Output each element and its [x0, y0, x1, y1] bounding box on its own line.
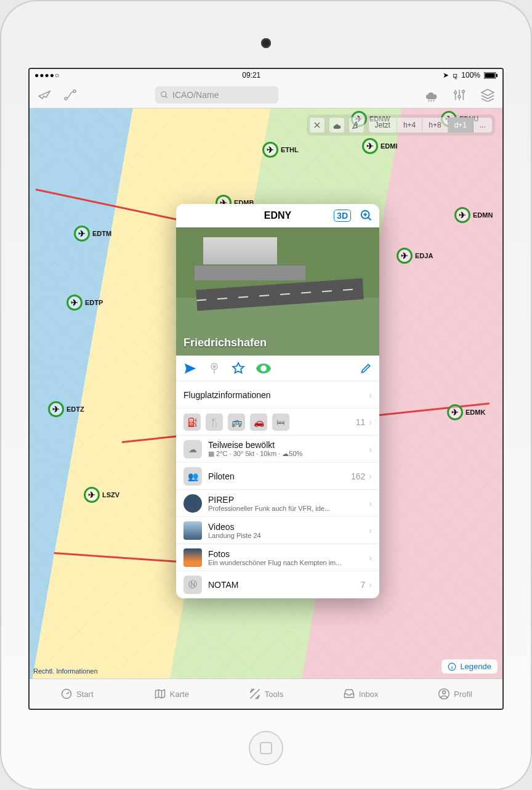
pilots-people-icon: 👥	[183, 467, 202, 486]
airport-action-row	[176, 356, 379, 381]
airport-icao: EDNY	[264, 210, 291, 221]
tab-inbox[interactable]: Inbox	[313, 679, 408, 709]
row-label: Piloten	[208, 471, 345, 481]
time-seg-now[interactable]: Jetzt	[369, 118, 397, 132]
pilots-count: 162	[351, 471, 365, 481]
tab-label: Inbox	[359, 690, 379, 699]
map-marker-airport[interactable]: ✈LSZV	[84, 487, 119, 503]
favorite-star-icon[interactable]	[232, 362, 245, 375]
map-marker-airport[interactable]: ✈EDMN	[454, 207, 493, 223]
time-seg-more[interactable]: ...	[474, 118, 492, 132]
row-sublabel: ▦ 2°C · 30° 5kt · 10km · ☁50%	[208, 450, 363, 458]
airport-code-label: EDMI	[381, 142, 398, 150]
signal-dots: ●●●●○	[34, 71, 60, 79]
tab-karte[interactable]: Karte	[124, 679, 219, 709]
chevron-right-icon: ›	[369, 553, 372, 563]
search-input[interactable]: ICAO/Name	[155, 86, 278, 104]
airport-code-label: EDMK	[465, 409, 485, 416]
chevron-right-icon: ›	[369, 580, 372, 590]
row-label: Teilweise bewölkt	[208, 440, 363, 450]
pirep-avatar	[183, 494, 202, 513]
time-seg-h4[interactable]: h+4	[397, 118, 422, 132]
row-airport-info[interactable]: Flugplatzinformationen ›	[176, 381, 379, 409]
row-pirep[interactable]: PIREP Professioneller Funk auch für VFR,…	[176, 490, 379, 517]
direct-to-icon[interactable]	[183, 362, 197, 375]
svg-point-11	[213, 365, 215, 367]
aircraft-icon[interactable]	[36, 86, 53, 104]
tab-tools[interactable]: Tools	[219, 679, 313, 709]
waypoint-icon[interactable]	[208, 362, 220, 375]
row-sublabel: Ein wunderschöner Flug nach Kempten im..…	[208, 559, 363, 566]
time-overlay-control: Jetzt h+4 h+8 d+1 ...	[307, 115, 495, 136]
row-videos[interactable]: Videos Landung Piste 24 ›	[176, 517, 379, 544]
row-weather[interactable]: ☁ Teilweise bewölkt ▦ 2°C · 30° 5kt · 10…	[176, 436, 379, 463]
map-marker-airport[interactable]: ✈EDMI	[362, 138, 398, 154]
view-3d-button[interactable]: 3D	[334, 210, 351, 222]
location-icon: ➤	[443, 71, 449, 79]
svg-point-5	[161, 91, 166, 96]
route-icon[interactable]	[62, 86, 79, 104]
bluetooth-icon: ⚼	[453, 71, 457, 79]
row-photos[interactable]: Fotos Ein wunderschöner Flug nach Kempte…	[176, 544, 379, 571]
map-marker-airport[interactable]: ✈EDTM	[74, 226, 111, 242]
clouds-toggle[interactable]	[329, 117, 345, 133]
top-toolbar: ICAO/Name	[30, 81, 502, 108]
svg-rect-2	[496, 74, 498, 77]
video-thumb	[183, 521, 202, 540]
row-pilots[interactable]: 👥 Piloten 162›	[176, 463, 379, 490]
bottom-tab-bar: Start Karte Tools Inbox Profil	[30, 678, 502, 709]
screen: ●●●●○ 09:21 ➤ ⚼ 100%	[28, 68, 504, 710]
device-home-button[interactable]	[249, 731, 283, 765]
map-marker-airport[interactable]: ✈EDJA	[397, 248, 433, 264]
visibility-eye-icon[interactable]	[256, 364, 271, 373]
time-segment-group: Jetzt h+4 h+8 d+1 ...	[368, 117, 493, 133]
tab-start[interactable]: Start	[30, 679, 124, 709]
time-seg-h8[interactable]: h+8	[422, 118, 448, 132]
weather-sun-cloud-icon: ☁	[183, 440, 202, 458]
edit-pencil-icon[interactable]	[360, 362, 372, 375]
chevron-right-icon: ›	[369, 471, 372, 481]
layers-icon[interactable]	[479, 86, 496, 104]
tab-label: Start	[76, 690, 93, 699]
chevron-right-icon: ›	[369, 390, 372, 400]
svg-point-6	[454, 91, 457, 94]
row-label: Flugplatzinformationen	[183, 390, 363, 400]
row-amenities[interactable]: ⛽ 🍴 🚌 🚗 🛏 11 ›	[176, 409, 379, 436]
weather-icon[interactable]	[422, 86, 440, 104]
ios-status-bar: ●●●●○ 09:21 ➤ ⚼ 100%	[30, 69, 502, 81]
status-time: 09:21	[242, 71, 260, 79]
row-label: Videos	[208, 522, 363, 532]
row-label: PIREP	[208, 495, 363, 505]
airport-code-label: EDTP	[85, 299, 103, 306]
svg-point-4	[73, 90, 76, 92]
airport-code-label: EDJA	[415, 252, 433, 259]
amenities-count: 11	[356, 417, 366, 427]
bus-icon: 🚌	[228, 413, 245, 431]
tab-label: Karte	[170, 690, 189, 699]
legal-info-link[interactable]: Rechtl. Informationen	[33, 667, 98, 675]
row-notam[interactable]: Ⓝ NOTAM 7›	[176, 571, 379, 598]
chevron-right-icon: ›	[369, 499, 372, 508]
svg-rect-1	[485, 73, 494, 78]
wind-toggle[interactable]	[349, 117, 365, 133]
legend-button[interactable]: Legende	[441, 659, 498, 674]
hotel-icon: 🛏	[272, 413, 289, 431]
close-overlay-button[interactable]	[309, 117, 325, 133]
time-seg-d1[interactable]: d+1	[448, 118, 474, 132]
photo-thumb	[183, 548, 202, 567]
airport-code-label: EDTM	[92, 230, 111, 237]
tab-profil[interactable]: Profil	[408, 679, 502, 709]
map-canvas[interactable]: ✈EDTM ✈EDTP ✈EDTZ ✈LSZV ✈EDMB ✈ETHL ✈EDM…	[30, 108, 502, 678]
map-marker-airport[interactable]: ✈EDTZ	[48, 401, 84, 417]
tab-label: Profil	[454, 690, 472, 699]
map-marker-airport[interactable]: ✈EDMK	[447, 404, 485, 420]
sliders-icon[interactable]	[451, 86, 468, 104]
map-marker-airport[interactable]: ✈EDTP	[66, 295, 103, 311]
zoom-button[interactable]	[360, 209, 373, 222]
map-marker-airport[interactable]: ✈ETHL	[262, 142, 299, 158]
tab-label: Tools	[265, 690, 283, 699]
device-camera	[261, 38, 271, 48]
airport-aerial-image[interactable]: Friedrichshafen	[176, 227, 379, 356]
row-sublabel: Professioneller Funk auch für VFR, ide..…	[208, 505, 363, 512]
airport-name: Friedrichshafen	[183, 336, 267, 349]
